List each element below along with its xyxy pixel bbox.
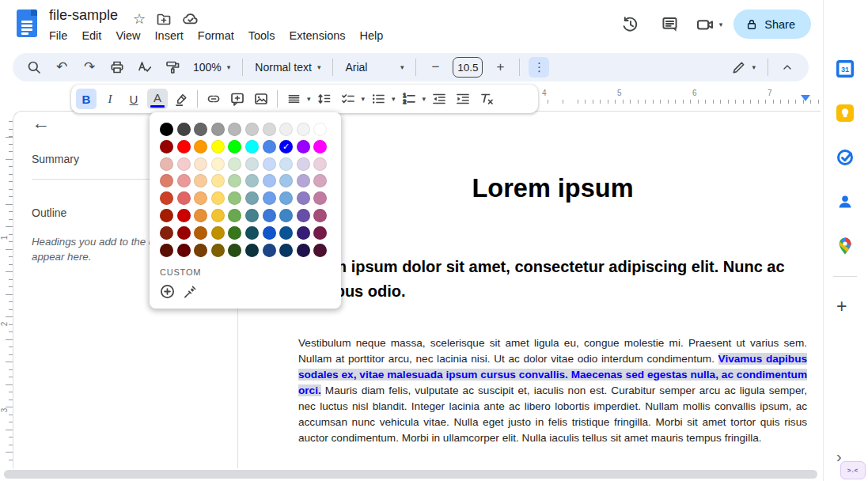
- color-swatch[interactable]: [313, 226, 327, 240]
- paint-format-icon[interactable]: [162, 57, 183, 78]
- color-swatch[interactable]: [263, 157, 276, 171]
- color-swatch[interactable]: [313, 123, 327, 136]
- color-swatch[interactable]: [263, 174, 276, 187]
- bold-button[interactable]: B: [76, 89, 97, 109]
- color-swatch[interactable]: [211, 140, 225, 153]
- color-swatch[interactable]: [297, 244, 310, 257]
- color-swatch[interactable]: [245, 191, 259, 205]
- menu-edit[interactable]: Edit: [81, 29, 101, 42]
- color-swatch[interactable]: [228, 157, 241, 171]
- color-swatch[interactable]: [297, 157, 310, 171]
- color-swatch[interactable]: [194, 174, 207, 187]
- color-swatch[interactable]: [211, 209, 225, 222]
- color-swatch[interactable]: [211, 174, 225, 187]
- highlight-color-button[interactable]: [171, 89, 191, 109]
- color-swatch[interactable]: [279, 191, 293, 205]
- color-swatch[interactable]: [211, 226, 225, 240]
- color-swatch[interactable]: [177, 123, 191, 136]
- add-custom-color-button[interactable]: [160, 284, 175, 299]
- move-folder-icon[interactable]: [156, 11, 172, 27]
- color-swatch[interactable]: [194, 244, 207, 257]
- color-swatch[interactable]: [228, 244, 241, 257]
- color-swatch[interactable]: [263, 140, 276, 153]
- menu-format[interactable]: Format: [198, 29, 234, 42]
- color-swatch[interactable]: [160, 209, 173, 222]
- eyedropper-icon[interactable]: [183, 284, 198, 299]
- add-comment-button[interactable]: [227, 89, 248, 109]
- color-swatch[interactable]: [313, 244, 327, 257]
- color-swatch[interactable]: [160, 123, 173, 136]
- color-swatch[interactable]: [228, 226, 241, 240]
- spellcheck-icon[interactable]: [135, 57, 155, 78]
- color-swatch[interactable]: [194, 209, 207, 222]
- color-swatch[interactable]: [177, 174, 191, 187]
- color-swatch[interactable]: [297, 226, 310, 240]
- menu-tools[interactable]: Tools: [248, 29, 275, 42]
- search-menus-icon[interactable]: [24, 57, 44, 78]
- maps-icon[interactable]: [836, 237, 855, 256]
- color-swatch[interactable]: [245, 140, 259, 153]
- numbered-list-button[interactable]: 12: [399, 89, 419, 109]
- color-swatch[interactable]: [211, 123, 225, 136]
- color-swatch[interactable]: [177, 226, 191, 240]
- clear-formatting-button[interactable]: [476, 89, 497, 109]
- color-swatch[interactable]: [160, 157, 173, 171]
- bulleted-list-caret-icon[interactable]: ▾: [392, 95, 396, 103]
- insert-image-button[interactable]: [251, 89, 271, 109]
- color-swatch[interactable]: [245, 244, 259, 257]
- color-swatch[interactable]: [177, 140, 191, 153]
- color-swatch[interactable]: [297, 123, 310, 136]
- close-outline-panel-button[interactable]: ←: [32, 112, 50, 134]
- color-swatch[interactable]: [297, 140, 310, 153]
- menu-file[interactable]: File: [49, 29, 67, 42]
- color-swatch[interactable]: [177, 157, 191, 171]
- color-swatch[interactable]: [279, 209, 293, 222]
- checklist-button[interactable]: [338, 89, 358, 109]
- color-swatch[interactable]: [245, 123, 259, 136]
- color-swatch[interactable]: [160, 226, 173, 240]
- color-swatch[interactable]: [263, 123, 276, 136]
- keep-icon[interactable]: [836, 104, 855, 123]
- numbered-list-caret-icon[interactable]: ▾: [423, 95, 426, 103]
- color-swatch[interactable]: [297, 191, 310, 205]
- color-swatch[interactable]: [263, 226, 276, 240]
- color-swatch[interactable]: [263, 191, 276, 205]
- color-swatch[interactable]: [160, 174, 173, 187]
- bulleted-list-button[interactable]: [368, 89, 389, 109]
- color-swatch[interactable]: [263, 244, 276, 257]
- insert-link-button[interactable]: [203, 89, 224, 109]
- color-swatch[interactable]: [228, 123, 241, 136]
- color-swatch[interactable]: [177, 191, 191, 205]
- doc-subtitle[interactable]: Lorem ipsum dolor sit amet, consectetur …: [298, 255, 789, 303]
- contacts-icon[interactable]: [836, 192, 855, 211]
- decrease-indent-button[interactable]: [429, 89, 449, 109]
- color-swatch[interactable]: [245, 157, 259, 171]
- print-icon[interactable]: [107, 57, 127, 78]
- color-swatch[interactable]: [194, 123, 207, 136]
- underline-button[interactable]: U: [123, 89, 144, 109]
- color-swatch[interactable]: [245, 174, 259, 187]
- color-swatch[interactable]: [313, 157, 327, 171]
- color-swatch[interactable]: [279, 157, 293, 171]
- star-icon[interactable]: ☆: [133, 12, 146, 26]
- calendar-icon[interactable]: 31: [836, 59, 855, 78]
- color-swatch[interactable]: [160, 140, 173, 153]
- color-swatch[interactable]: [297, 209, 310, 222]
- undo-icon[interactable]: ↶: [51, 57, 72, 78]
- color-swatch[interactable]: [177, 209, 191, 222]
- color-swatch[interactable]: [313, 209, 327, 222]
- doc-body-paragraph[interactable]: Vestibulum neque massa, scelerisque sit …: [298, 335, 807, 446]
- checklist-caret-icon[interactable]: ▾: [362, 95, 366, 103]
- color-swatch[interactable]: [279, 174, 293, 187]
- color-swatch[interactable]: [228, 209, 241, 222]
- color-swatch[interactable]: [313, 191, 327, 205]
- horizontal-scrollbar-thumb[interactable]: [4, 470, 817, 479]
- color-swatch[interactable]: [211, 157, 225, 171]
- align-caret-icon[interactable]: ▾: [307, 95, 311, 103]
- redo-icon[interactable]: ↷: [79, 57, 100, 78]
- color-swatch-selected[interactable]: ✓: [279, 140, 293, 153]
- document-title-field[interactable]: file-sample: [49, 7, 118, 24]
- document-page[interactable]: Lorem ipsum Lorem ipsum dolor sit amet, …: [298, 0, 807, 468]
- doc-heading[interactable]: Lorem ipsum: [298, 174, 807, 203]
- text-color-button[interactable]: A: [147, 89, 168, 109]
